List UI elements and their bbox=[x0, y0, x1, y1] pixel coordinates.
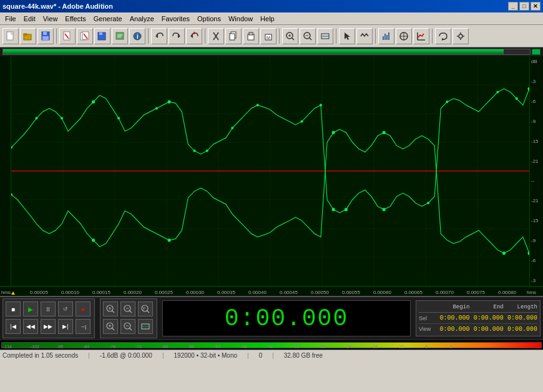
save-button[interactable] bbox=[37, 28, 54, 44]
go-to-end-button[interactable]: ▶| bbox=[58, 319, 73, 334]
toolbar-separator-3 bbox=[205, 29, 205, 44]
stop-button[interactable]: ■ bbox=[6, 301, 21, 316]
record-button[interactable]: ● bbox=[76, 301, 90, 316]
level-meter-bar: -114 -102 -95 -84 -78 -72 -66 -60 -54 -4… bbox=[1, 342, 542, 348]
svg-text:0.00050: 0.00050 bbox=[311, 290, 329, 295]
sel-begin[interactable]: 0:00.000 bbox=[436, 315, 469, 321]
svg-text:0.00045: 0.00045 bbox=[280, 290, 298, 295]
svg-point-83 bbox=[257, 104, 259, 106]
go-to-start-button[interactable]: |◀ bbox=[6, 319, 21, 334]
svg-text:-24: -24 bbox=[345, 345, 351, 349]
mix-paste-button[interactable]: M bbox=[260, 28, 276, 44]
menu-window[interactable]: Window bbox=[225, 14, 257, 24]
close-button[interactable]: ✕ bbox=[531, 2, 541, 11]
menu-edit[interactable]: Edit bbox=[20, 14, 39, 24]
view-length[interactable]: 0:00.000 bbox=[504, 326, 537, 333]
title-text: square-44k.wav* - Adobe Audition bbox=[2, 2, 113, 10]
undo-button[interactable] bbox=[151, 28, 167, 44]
zoom-out-amplitude-button[interactable] bbox=[120, 301, 135, 316]
loop-button[interactable] bbox=[435, 28, 451, 44]
svg-text:0.00025: 0.00025 bbox=[155, 290, 173, 295]
phase-analysis-button[interactable] bbox=[396, 28, 412, 44]
zoom-out-time2-button[interactable] bbox=[120, 319, 135, 334]
svg-point-85 bbox=[320, 104, 322, 106]
svg-text:-18: -18 bbox=[371, 345, 378, 349]
settings-button[interactable] bbox=[452, 28, 469, 44]
menu-view[interactable]: View bbox=[39, 14, 62, 24]
toolbar-separator-2 bbox=[148, 29, 149, 44]
time-ruler-svg: hms 0.00005 0.00010 0.00015 0.00020 0.00… bbox=[0, 287, 543, 296]
sel-end[interactable]: 0:00.000 bbox=[469, 315, 503, 321]
waveform-container: dB -3 -6 -9 -15 -21 -- -21 -15 -9 -6 -3 bbox=[0, 56, 543, 286]
rewind-button[interactable]: ◀◀ bbox=[23, 319, 38, 334]
menu-favorites[interactable]: Favorites bbox=[158, 14, 193, 24]
fast-forward-button[interactable]: ▶▶ bbox=[41, 319, 56, 334]
status-free: 32.80 GB free bbox=[284, 352, 323, 359]
next-cue-button[interactable]: →| bbox=[76, 319, 90, 334]
view-end[interactable]: 0:00.000 bbox=[469, 326, 503, 333]
svg-point-81 bbox=[206, 150, 208, 152]
save-all-button[interactable] bbox=[94, 28, 110, 44]
time-display: 0:00.000 bbox=[162, 300, 411, 336]
status-sep-3: | bbox=[247, 352, 249, 359]
zoom-full-selection-button[interactable] bbox=[138, 319, 153, 334]
db-label-minus3-top: -3 bbox=[531, 79, 543, 84]
svg-point-82 bbox=[231, 127, 233, 129]
svg-text:-78: -78 bbox=[109, 345, 115, 349]
menu-help[interactable]: Help bbox=[257, 14, 278, 24]
stats-button[interactable] bbox=[413, 28, 429, 44]
svg-line-132 bbox=[112, 328, 114, 330]
paste-button[interactable] bbox=[243, 28, 259, 44]
play-button[interactable]: ▶ bbox=[23, 301, 38, 316]
menu-options[interactable]: Options bbox=[193, 14, 225, 24]
status-sep-4: | bbox=[272, 352, 274, 359]
freq-analysis-button[interactable] bbox=[378, 28, 394, 44]
properties-button[interactable]: i bbox=[129, 28, 145, 44]
svg-point-86 bbox=[332, 208, 335, 211]
pause-button[interactable]: ⏸ bbox=[41, 301, 56, 316]
svg-text:-60: -60 bbox=[188, 345, 194, 349]
open-button[interactable] bbox=[20, 28, 36, 44]
new-button[interactable] bbox=[2, 28, 19, 44]
redo-button[interactable] bbox=[169, 28, 185, 44]
sel-length[interactable]: 0:00.000 bbox=[504, 315, 537, 321]
svg-line-126 bbox=[129, 310, 132, 313]
copy-button[interactable] bbox=[225, 28, 242, 44]
envelope-button[interactable] bbox=[356, 28, 373, 44]
svg-line-122 bbox=[112, 310, 114, 313]
select-tool-button[interactable] bbox=[339, 28, 355, 44]
status-level: -1.6dB @ 0:00.000 bbox=[100, 352, 152, 359]
minimize-button[interactable]: _ bbox=[508, 2, 518, 11]
loop-play-button[interactable]: ↺ bbox=[58, 301, 73, 316]
menu-analyze[interactable]: Analyze bbox=[126, 14, 158, 24]
length-header: Length bbox=[504, 304, 537, 310]
maximize-button[interactable]: □ bbox=[519, 2, 529, 11]
view-begin[interactable]: 0:00.000 bbox=[436, 326, 469, 333]
undo-history-button[interactable] bbox=[186, 28, 202, 44]
svg-line-35 bbox=[310, 38, 311, 40]
zoom-out-time-button[interactable] bbox=[300, 28, 316, 44]
menu-file[interactable]: File bbox=[1, 14, 20, 24]
svg-text:0.00060: 0.00060 bbox=[373, 290, 391, 295]
close-all-button[interactable] bbox=[77, 28, 93, 44]
svg-rect-5 bbox=[42, 36, 49, 40]
zoom-in-time-button[interactable] bbox=[282, 28, 298, 44]
zoom-in-time2-button[interactable] bbox=[103, 319, 118, 334]
waveform-canvas[interactable] bbox=[11, 56, 529, 286]
menu-generate[interactable]: Generate bbox=[90, 14, 126, 24]
svg-text:M: M bbox=[267, 36, 270, 40]
close-file-button[interactable] bbox=[59, 28, 76, 44]
svg-text:-42: -42 bbox=[267, 345, 273, 349]
batch-process-button[interactable] bbox=[112, 28, 128, 44]
cut-button[interactable] bbox=[208, 28, 224, 44]
svg-rect-4 bbox=[43, 32, 47, 35]
progress-bar-fill bbox=[3, 49, 504, 54]
status-sep-2: | bbox=[162, 352, 164, 359]
zoom-full-button[interactable] bbox=[317, 28, 333, 44]
zoom-in-amplitude-button[interactable] bbox=[103, 301, 118, 316]
svg-text:0.00035: 0.00035 bbox=[217, 290, 235, 295]
svg-text:-30: -30 bbox=[319, 345, 325, 349]
zoom-full-amplitude-button[interactable]: F bbox=[138, 301, 153, 316]
db-label-minus6-bot: -6 bbox=[531, 258, 543, 263]
menu-effects[interactable]: Effects bbox=[61, 14, 89, 24]
